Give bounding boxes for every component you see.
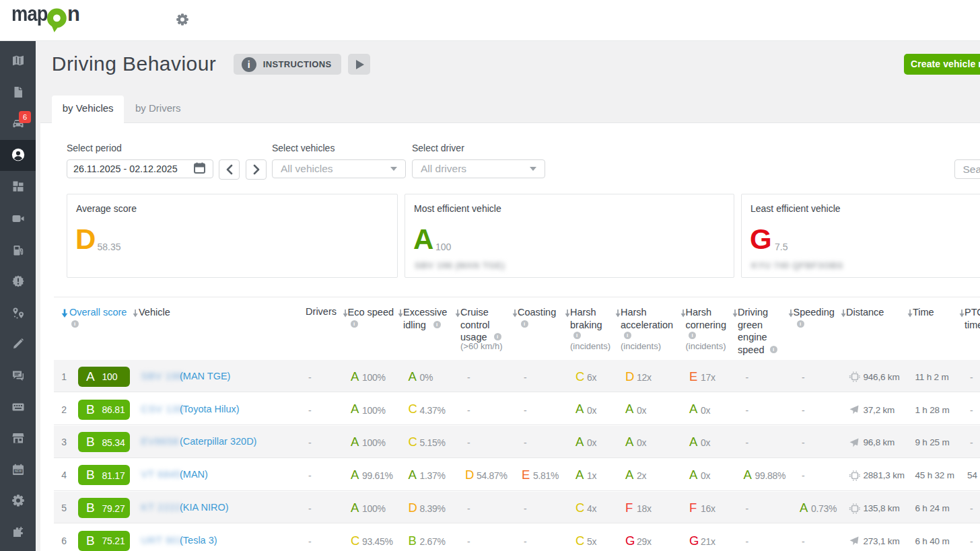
svg-text:NEW: NEW	[14, 470, 22, 473]
